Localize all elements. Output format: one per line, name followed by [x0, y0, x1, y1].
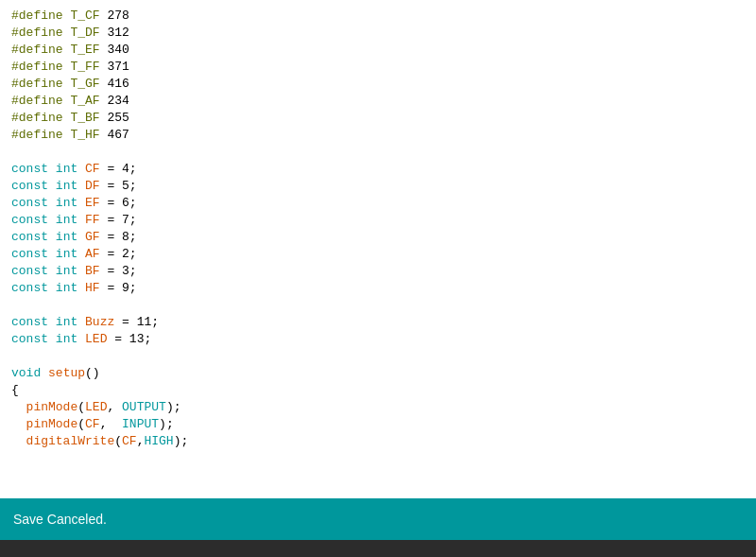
- code-line: const int GF = 8;: [11, 229, 745, 246]
- code-line: [11, 144, 745, 161]
- code-line: const int CF = 4;: [11, 161, 745, 178]
- code-line: pinMode(CF, INPUT);: [11, 416, 745, 433]
- code-line: #define T_CF 278: [11, 8, 745, 25]
- code-line: #define T_EF 340: [11, 42, 745, 59]
- code-line: const int FF = 7;: [11, 212, 745, 229]
- code-line: #define T_GF 416: [11, 76, 745, 93]
- code-line: [11, 297, 745, 314]
- code-line: const int LED = 13;: [11, 331, 745, 348]
- code-line: pinMode(LED, OUTPUT);: [11, 399, 745, 416]
- code-line: digitalWrite(CF,HIGH);: [11, 433, 745, 450]
- code-line: #define T_AF 234: [11, 93, 745, 110]
- code-line: const int BF = 3;: [11, 263, 745, 280]
- code-line: #define T_HF 467: [11, 127, 745, 144]
- code-line: const int Buzz = 11;: [11, 314, 745, 331]
- code-line: [11, 348, 745, 365]
- code-line: const int DF = 5;: [11, 178, 745, 195]
- bottom-bar: [0, 540, 756, 557]
- code-line: void setup(): [11, 365, 745, 382]
- status-message: Save Canceled.: [13, 512, 107, 527]
- code-line: #define T_DF 312: [11, 25, 745, 42]
- code-line: const int HF = 9;: [11, 280, 745, 297]
- code-line: #define T_FF 371: [11, 59, 745, 76]
- code-line: const int EF = 6;: [11, 195, 745, 212]
- code-line: #define T_BF 255: [11, 110, 745, 127]
- status-bar: Save Canceled.: [0, 498, 756, 540]
- code-line: const int AF = 2;: [11, 246, 745, 263]
- code-editor: #define T_CF 278 #define T_DF 312 #defin…: [0, 0, 756, 498]
- code-line: {: [11, 382, 745, 399]
